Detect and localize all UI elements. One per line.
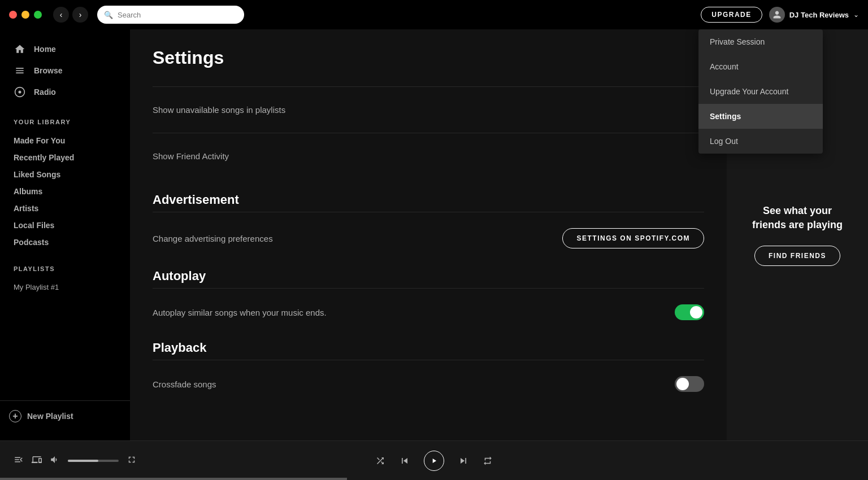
volume-icon (50, 455, 60, 467)
dropdown-menu: Private Session Account Upgrade Your Acc… (698, 29, 823, 154)
advertisement-section: Advertisement Change advertising prefere… (153, 193, 704, 255)
sidebar-item-podcasts[interactable]: Podcasts (9, 234, 121, 251)
shuffle-button[interactable] (375, 456, 385, 466)
header-right: UPGRADE DJ Tech Reviews ⌄ (701, 7, 859, 23)
sidebar-label-home: Home (34, 45, 56, 54)
plus-icon: + (9, 410, 21, 422)
dropdown-item-logout[interactable]: Log Out (698, 129, 823, 154)
crossfade-label: Crossfade songs (153, 379, 216, 389)
autoplay-section: Autoplay Autoplay similar songs when you… (153, 269, 704, 327)
search-input[interactable] (118, 11, 237, 19)
sidebar-footer: + New Playlist (0, 400, 130, 431)
sidebar: Home Browse Radio Your Library Made For … (0, 29, 130, 440)
close-button[interactable] (9, 11, 17, 19)
player-bar (0, 440, 868, 480)
traffic-lights (9, 11, 42, 19)
autoplay-divider (153, 288, 704, 289)
search-bar[interactable]: 🔍 (97, 6, 244, 24)
autoplay-heading: Autoplay (153, 269, 704, 283)
player-controls (375, 451, 493, 471)
svg-point-0 (19, 91, 21, 94)
sidebar-item-albums[interactable]: Albums (9, 183, 121, 200)
settings-title: Settings (153, 47, 704, 68)
search-icon: 🔍 (104, 11, 113, 19)
new-playlist-label: New Playlist (27, 412, 73, 421)
playback-heading: Playback (153, 341, 704, 355)
dropdown-item-account[interactable]: Account (698, 54, 823, 79)
autoplay-toggle[interactable] (675, 304, 704, 320)
spotify-settings-button[interactable]: SETTINGS ON SPOTIFY.COM (562, 228, 704, 248)
minimize-button[interactable] (21, 11, 29, 19)
back-arrow[interactable]: ‹ (53, 7, 69, 23)
volume-slider[interactable] (68, 460, 119, 462)
dropdown-item-settings[interactable]: Settings (698, 104, 823, 129)
new-playlist-button[interactable]: + New Playlist (9, 410, 121, 422)
advertisement-heading: Advertisement (153, 193, 704, 207)
sidebar-item-artists[interactable]: Artists (9, 200, 121, 217)
devices-icon[interactable] (32, 455, 42, 467)
playback-divider (153, 360, 704, 360)
sidebar-item-radio[interactable]: Radio (9, 81, 121, 103)
playlist-item-1[interactable]: My Playlist #1 (9, 279, 121, 295)
autoplay-label: Autoplay similar songs when your music e… (153, 308, 327, 317)
home-icon (14, 43, 26, 55)
crossfade-toggle-knob (676, 378, 689, 390)
library-section: Your Library Made For You Recently Playe… (0, 114, 130, 251)
radio-icon (14, 86, 26, 98)
play-button[interactable] (424, 451, 444, 471)
dropdown-item-upgrade[interactable]: Upgrade Your Account (698, 79, 823, 104)
autoplay-row: Autoplay similar songs when your music e… (153, 298, 704, 327)
repeat-button[interactable] (483, 456, 493, 466)
maximize-button[interactable] (34, 11, 42, 19)
settings-friend-activity-row: Show Friend Activity (153, 133, 704, 179)
sidebar-item-local-files[interactable]: Local Files (9, 217, 121, 234)
sidebar-label-radio: Radio (34, 88, 56, 97)
progress-bar (0, 478, 347, 480)
find-friends-button[interactable]: FIND FRIENDS (754, 246, 840, 266)
browse-icon (14, 64, 26, 77)
upgrade-button[interactable]: UPGRADE (701, 7, 762, 23)
player-left-icons (14, 455, 137, 467)
sidebar-item-home[interactable]: Home (9, 38, 121, 60)
library-section-label: Your Library (9, 114, 121, 130)
playlists-section-label: Playlists (9, 261, 121, 277)
advertisement-divider (153, 212, 704, 212)
chevron-down-icon: ⌄ (853, 11, 859, 19)
show-friend-activity-row: Show Friend Activity (153, 145, 704, 168)
user-name: DJ Tech Reviews (789, 11, 849, 19)
crossfade-row: Crossfade songs (153, 369, 704, 399)
fullscreen-icon[interactable] (127, 455, 137, 467)
show-friend-activity-label: Show Friend Activity (153, 151, 229, 161)
volume-fill (68, 460, 98, 462)
advertising-prefs-label: Change advertising preferences (153, 234, 273, 243)
content-area: Settings Show unavailable songs in playl… (130, 29, 727, 440)
friends-title: See what your friends are playing (745, 204, 850, 232)
sidebar-item-liked-songs[interactable]: Liked Songs (9, 166, 121, 183)
dropdown-item-private-session[interactable]: Private Session (698, 29, 823, 54)
crossfade-toggle[interactable] (675, 376, 704, 392)
settings-unavailable-row: Show unavailable songs in playlists (153, 86, 704, 133)
show-unavailable-row: Show unavailable songs in playlists (153, 98, 704, 121)
toggle-knob (690, 306, 702, 318)
title-bar: ‹ › 🔍 UPGRADE DJ Tech Reviews ⌄ (0, 0, 868, 29)
sidebar-item-recently-played[interactable]: Recently Played (9, 149, 121, 166)
sidebar-label-browse: Browse (34, 66, 63, 75)
nav-section: Home Browse Radio (0, 38, 130, 103)
show-unavailable-label: Show unavailable songs in playlists (153, 105, 285, 115)
next-button[interactable] (458, 455, 469, 466)
nav-arrows: ‹ › (53, 7, 88, 23)
queue-icon[interactable] (14, 455, 24, 467)
advertisement-row: Change advertising preferences SETTINGS … (153, 221, 704, 255)
sidebar-item-browse[interactable]: Browse (9, 60, 121, 81)
previous-button[interactable] (399, 455, 410, 466)
user-menu[interactable]: DJ Tech Reviews ⌄ (769, 7, 859, 23)
progress-bar-container (0, 478, 868, 480)
playlists-section: Playlists My Playlist #1 (0, 261, 130, 295)
sidebar-item-made-for-you[interactable]: Made For You (9, 132, 121, 149)
playback-section: Playback Crossfade songs (153, 341, 704, 399)
forward-arrow[interactable]: › (72, 7, 88, 23)
avatar (769, 7, 785, 23)
